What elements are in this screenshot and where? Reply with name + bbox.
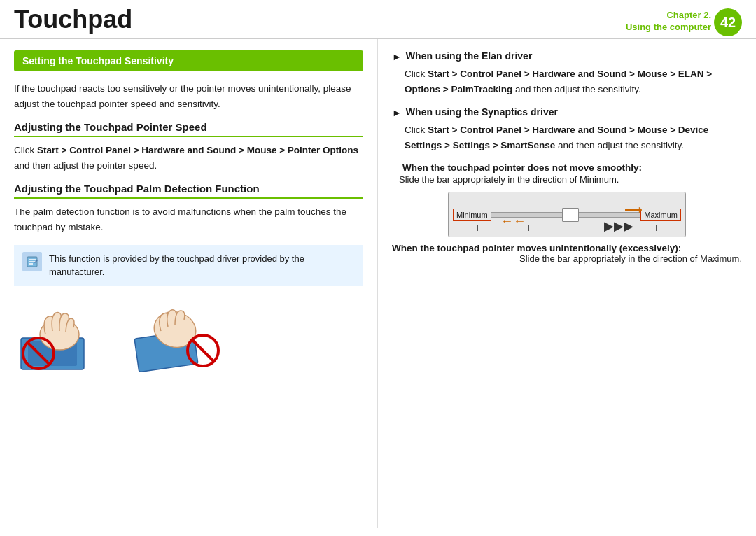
slider-subtext: Slide the bar appropriately in the direc… <box>392 174 742 185</box>
section1-body: Click Start > Control Panel > Hardware a… <box>14 143 363 173</box>
header: Touchpad Chapter 2. Using the computer 4… <box>0 0 756 39</box>
intro-text: If the touchpad reacts too sensitively o… <box>14 81 363 111</box>
note-icon <box>22 252 42 271</box>
bullet2-body: Click Start > Control Panel > Hardware a… <box>392 122 742 153</box>
page-number: 42 <box>714 8 742 36</box>
chapter-badge: Chapter 2. Using the computer 42 <box>626 7 742 36</box>
bullet-synaptics: ► When using the Synaptics driver Click … <box>392 106 742 153</box>
page-title: Touchpad <box>14 7 132 38</box>
sensitivity-banner: Setting the Touchpad Sensitivity <box>14 50 363 71</box>
slider-bottom-subtext: Slide the bar appropriately in the direc… <box>392 253 742 264</box>
slider-bottom-heading: When the touchpad pointer moves unintent… <box>392 243 742 253</box>
hand-image-1 <box>14 296 112 373</box>
arrow-right-icon: ⟶ <box>624 202 643 218</box>
tick <box>477 225 478 231</box>
tick <box>656 225 657 231</box>
slider-min-label: Minimum <box>453 209 491 221</box>
bullet2-heading: ► When using the Synaptics driver <box>392 106 742 118</box>
slider-section: When the touchpad pointer does not move … <box>392 162 742 264</box>
slider-diagram: Minimum Maximum ⟶ ←← <box>448 192 686 237</box>
right-column: ► When using the Elan driver Click Start… <box>378 39 756 528</box>
note-box: This function is provided by the touchpa… <box>14 245 363 286</box>
content: Setting the Touchpad Sensitivity If the … <box>0 39 756 528</box>
pointer-cursor-icon: ▶▶▶ <box>604 218 634 234</box>
slider-thumb <box>562 208 579 222</box>
note-text: This function is provided by the touchpa… <box>49 252 355 279</box>
section1-bold: Start > Control Panel > Hardware and Sou… <box>37 145 358 155</box>
page: Touchpad Chapter 2. Using the computer 4… <box>0 0 756 536</box>
slider-max-label: Maximum <box>640 209 681 221</box>
tick <box>554 225 554 231</box>
bullet-elan: ► When using the Elan driver Click Start… <box>392 50 742 97</box>
hand-image-2 <box>126 296 224 373</box>
bullet1-body: Click Start > Control Panel > Hardware a… <box>392 66 742 97</box>
section2-heading: Adjusting the Touchpad Palm Detection Fu… <box>14 183 363 199</box>
images-row <box>14 296 363 373</box>
tick <box>528 225 529 231</box>
slider-heading: When the touchpad pointer does not move … <box>392 162 742 173</box>
tick <box>503 225 503 231</box>
bullet1-heading: ► When using the Elan driver <box>392 50 742 62</box>
tick <box>580 225 580 231</box>
chapter-text: Chapter 2. Using the computer <box>626 7 714 34</box>
section2-body: The palm detection function is to avoid … <box>14 204 363 234</box>
section1-heading: Adjusting the Touchpad Pointer Speed <box>14 121 363 137</box>
bullet2-arrow: ► <box>392 107 402 118</box>
bullet1-arrow: ► <box>392 51 402 62</box>
left-column: Setting the Touchpad Sensitivity If the … <box>0 39 378 528</box>
